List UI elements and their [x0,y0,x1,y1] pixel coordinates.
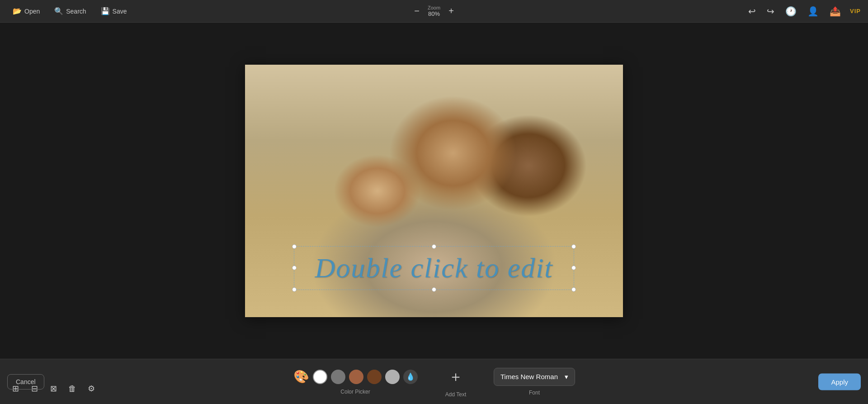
redo-button[interactable]: ↪ [765,4,776,19]
canvas-container: Double click to edit [245,65,623,317]
handle-bottom-center[interactable] [432,287,436,292]
handle-top-center[interactable] [432,244,436,249]
add-text-button[interactable]: ＋ [445,366,467,388]
color-picker-label: Color Picker [340,389,370,395]
font-label: Font [529,390,540,396]
zoom-value: 80% [426,10,442,17]
canvas-image: Double click to edit [245,65,623,317]
cancel-button[interactable]: Cancel [7,374,44,390]
profile-button[interactable]: 👤 [806,4,821,19]
dark-brown-swatch[interactable] [367,370,382,384]
apply-button[interactable]: Apply [818,373,861,390]
split-v-button[interactable]: ⊠ [45,380,61,397]
color-swatches: 🎨 💧 [293,369,418,385]
zoom-control: − Zoom 80% + [411,5,457,17]
zoom-out-button[interactable]: − [411,6,422,17]
palette-button[interactable]: 🎨 [293,369,309,385]
chevron-down-icon: ▾ [565,373,568,381]
save-icon: 💾 [101,7,110,15]
dropper-button[interactable]: 💧 [403,370,418,384]
history-button[interactable]: 🕐 [783,4,798,19]
search-label: Search [66,8,86,15]
canvas-text-content[interactable]: Double click to edit [303,252,565,284]
add-text-label: Add Text [445,391,466,398]
toolbar-right: ↩ ↪ 🕐 👤 📤 VIP [746,4,861,19]
canvas-text-box[interactable]: Double click to edit [294,246,574,290]
handle-top-left[interactable] [292,244,297,249]
save-label: Save [113,8,127,15]
bottom-toolbar: ⊞ ⊟ ⊠ 🗑 ⚙ Cancel 🎨 💧 Color Picker ＋ Add … [0,359,868,404]
vip-badge: VIP [850,8,861,14]
handle-bottom-left[interactable] [292,287,297,292]
gray-swatch[interactable] [331,370,345,384]
handle-mid-left[interactable] [292,266,297,270]
font-section: Times New Roman ▾ Font [494,368,575,396]
handle-bottom-right[interactable] [571,287,576,292]
open-button[interactable]: 📂 Open [7,4,45,18]
canvas-text-overlay[interactable]: Double click to edit [294,246,574,290]
search-button[interactable]: 🔍 Search [49,4,91,18]
zoom-text: Zoom [428,5,440,10]
font-value: Times New Roman [500,373,558,380]
zoom-label: Zoom 80% [426,5,442,17]
light-gray-swatch[interactable] [385,370,400,384]
zoom-in-button[interactable]: + [446,6,457,17]
font-dropdown[interactable]: Times New Roman ▾ [494,368,575,386]
main-area: Double click to edit [0,23,868,359]
search-icon: 🔍 [54,7,63,15]
handle-mid-right[interactable] [571,266,576,270]
top-toolbar: 📂 Open 🔍 Search 💾 Save − Zoom 80% + ↩ ↪ … [0,0,868,23]
settings-button[interactable]: ⚙ [83,380,99,397]
handle-top-right[interactable] [571,244,576,249]
delete-button[interactable]: 🗑 [64,380,80,397]
share-button[interactable]: 📤 [828,4,843,19]
undo-button[interactable]: ↩ [746,4,758,19]
open-label: Open [24,8,40,15]
color-picker-section: 🎨 💧 Color Picker [293,369,418,395]
add-text-section: ＋ Add Text [445,366,467,398]
white-swatch[interactable] [313,370,327,384]
open-icon: 📂 [13,7,22,15]
brown-swatch[interactable] [349,370,363,384]
save-button[interactable]: 💾 Save [95,4,132,18]
